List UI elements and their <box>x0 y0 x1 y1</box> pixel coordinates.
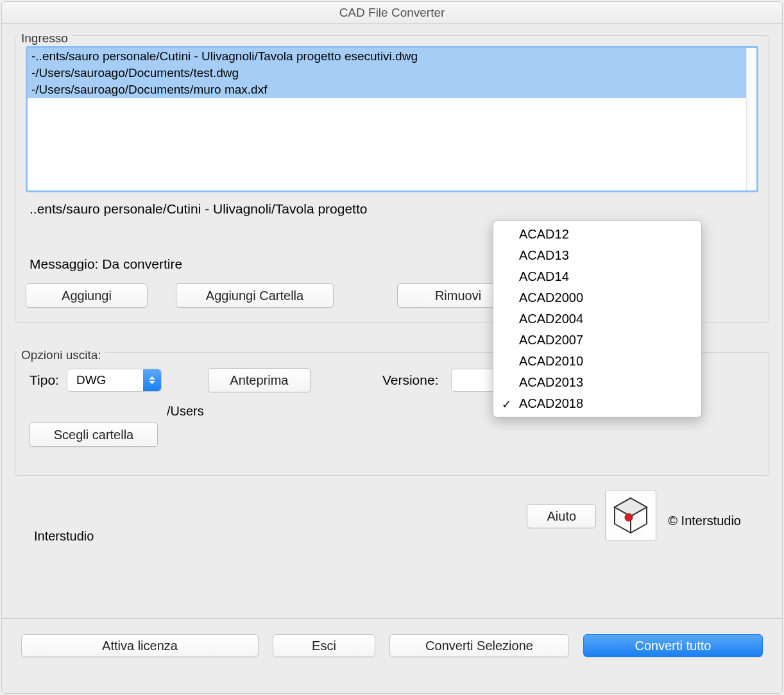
message-value: Da convertire <box>102 256 182 271</box>
dropdown-item[interactable]: ACAD2004 <box>493 308 701 330</box>
chevron-updown-icon <box>143 369 161 391</box>
preview-button[interactable]: Anteprima <box>208 368 311 392</box>
dropdown-item[interactable]: ACAD14 <box>493 266 701 287</box>
list-item[interactable]: -..ents/sauro personale/Cutini - Ulivagn… <box>28 48 746 65</box>
scrollbar[interactable] <box>746 48 756 190</box>
dropdown-item[interactable]: ACAD13 <box>493 245 701 266</box>
file-list[interactable]: -..ents/sauro personale/Cutini - Ulivagn… <box>26 46 758 192</box>
vendor-logo <box>605 490 656 541</box>
dropdown-item[interactable]: ACAD12 <box>493 224 701 245</box>
convert-selection-button[interactable]: Converti Selezione <box>389 634 569 657</box>
copyright-text: © Interstudio <box>668 514 741 528</box>
vendor-label: Interstudio <box>34 529 527 544</box>
dropdown-item-label: ACAD2018 <box>519 396 583 410</box>
window-titlebar: CAD File Converter <box>2 2 782 24</box>
add-button[interactable]: Aggiungi <box>26 283 148 308</box>
message-label: Messaggio: <box>30 256 98 271</box>
dropdown-item[interactable]: ACAD2010 <box>493 351 701 372</box>
action-bar: Attiva licenza Esci Converti Selezione C… <box>2 618 782 693</box>
help-button[interactable]: Aiuto <box>527 504 596 528</box>
exit-button[interactable]: Esci <box>273 634 375 657</box>
add-folder-button[interactable]: Aggiungi Cartella <box>176 283 334 308</box>
file-list-inner[interactable]: -..ents/sauro personale/Cutini - Ulivagn… <box>28 48 746 190</box>
dropdown-item[interactable]: ACAD2013 <box>493 372 701 393</box>
versione-dropdown-popup[interactable]: ACAD12 ACAD13 ACAD14 ACAD2000 ACAD2004 A… <box>493 221 702 417</box>
footer-row: Interstudio Aiuto © Interstudio <box>15 492 769 548</box>
selected-file-path: ..ents/sauro personale/Cutini - Ulivagno… <box>30 201 758 217</box>
dropdown-item[interactable]: ACAD2007 <box>493 330 701 351</box>
list-item[interactable]: -/Users/sauroago/Documents/test.dwg <box>28 65 746 81</box>
list-item[interactable]: -/Users/sauroago/Documents/muro max.dxf <box>28 81 746 98</box>
svg-point-3 <box>625 514 633 521</box>
ingresso-label: Ingresso <box>17 31 72 46</box>
tipo-label: Tipo: <box>30 373 59 388</box>
convert-all-button[interactable]: Converti tutto <box>583 634 763 657</box>
app-window: CAD File Converter Ingresso -..ents/saur… <box>1 1 783 694</box>
dropdown-item[interactable]: ACAD2000 <box>493 287 701 308</box>
destination-folder-path: /Users <box>167 404 204 419</box>
checkmark-icon: ✓ <box>502 398 511 412</box>
window-title: CAD File Converter <box>339 6 445 20</box>
tipo-select[interactable]: DWG <box>67 369 162 392</box>
dropdown-item[interactable]: ✓ ACAD2018 <box>493 393 701 414</box>
choose-folder-button[interactable]: Scegli cartella <box>30 423 158 447</box>
output-label: Opzioni uscita: <box>17 348 105 362</box>
cube-icon <box>611 496 651 535</box>
tipo-value: DWG <box>76 373 106 387</box>
versione-label: Versione: <box>382 373 439 388</box>
activate-license-button[interactable]: Attiva licenza <box>21 634 259 657</box>
